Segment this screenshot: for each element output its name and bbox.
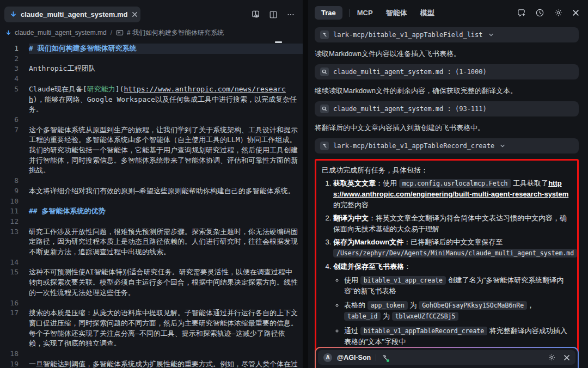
line-content[interactable]: # 我们如何构建多智能体研究系统: [29, 44, 303, 54]
line-content[interactable]: [29, 115, 303, 125]
agent-name[interactable]: @AGI-Son: [337, 354, 371, 361]
tab-mcp[interactable]: MCP: [357, 9, 373, 17]
tab-close-icon[interactable]: [132, 11, 138, 17]
tool-call-label: lark-mcp/bitable_v1_appTableField_list: [333, 31, 483, 39]
editor-line[interactable]: 1# 我们如何构建多智能体研究系统: [0, 44, 303, 54]
editor-line[interactable]: 5Claude现在具备[研究能力](https://www.anthropic.…: [0, 84, 303, 115]
line-content[interactable]: [29, 197, 303, 207]
line-number[interactable]: 10: [0, 197, 19, 207]
chat-input-area[interactable]: A @AGI-Son: [315, 347, 579, 368]
history-icon[interactable]: [535, 8, 544, 17]
line-content[interactable]: 本文将详细介绍对我们有效的原则—希望这些原则能帮助你构建自己的多智能体系统。: [29, 186, 303, 197]
line-content[interactable]: [29, 54, 303, 64]
breadcrumb[interactable]: claude_multi_agent_system.md / # 我们如何构建多…: [0, 26, 303, 40]
line-content[interactable]: Anthropic工程团队: [29, 64, 303, 74]
line-content[interactable]: [29, 74, 303, 84]
tool-call-chip[interactable]: lark-mcp/bitable_v1_appTableField_list: [315, 27, 579, 42]
input-close-icon[interactable]: [564, 354, 570, 361]
editor-line[interactable]: 6: [0, 115, 303, 125]
settings-icon[interactable]: [554, 8, 563, 17]
tab-trae[interactable]: Trae: [315, 6, 342, 20]
tool-call-chip[interactable]: lark-mcp/bitable_v1_appTableRecord_creat…: [315, 138, 579, 154]
assistant-text: 将翻译后的中文文章内容插入到新创建的飞书表格中。: [315, 123, 579, 133]
editor-line[interactable]: 2: [0, 54, 303, 64]
editor-line[interactable]: 18: [0, 349, 303, 359]
breadcrumb-file[interactable]: claude_multi_agent_system.md: [15, 29, 107, 36]
line-content[interactable]: [29, 257, 303, 268]
line-number[interactable]: 17: [0, 308, 19, 349]
line-content[interactable]: Claude现在具备[研究能力](https://www.anthropic.c…: [29, 84, 303, 115]
editor-line[interactable]: 16: [0, 298, 303, 309]
line-number[interactable]: 19: [0, 359, 19, 368]
scroll-indicator[interactable]: [275, 41, 282, 43]
line-number[interactable]: 2: [0, 54, 19, 64]
line-number[interactable]: 9: [0, 186, 19, 197]
line-number[interactable]: 15: [0, 267, 19, 298]
line-content[interactable]: [29, 349, 303, 359]
editor-line[interactable]: 11## 多智能体系统的优势: [0, 206, 303, 217]
line-content[interactable]: 研究工作涉及开放性问题，很难预先预测所需步骤。探索复杂主题时，你无法硬编码固定路…: [29, 227, 303, 257]
breadcrumb-heading[interactable]: # 我们如何构建多智能体研究系统: [127, 28, 224, 38]
editor-line[interactable]: 10: [0, 197, 303, 207]
line-content[interactable]: 这个多智能体系统从原型到生产的旅程，让我们学到了关于系统架构、工具设计和提示工程…: [29, 125, 303, 176]
editor-line[interactable]: 14: [0, 257, 303, 268]
line-number[interactable]: 14: [0, 257, 19, 268]
editor-actions: [251, 10, 295, 19]
line-number[interactable]: 3: [0, 64, 19, 74]
new-chat-icon[interactable]: [517, 8, 526, 17]
line-number[interactable]: 18: [0, 349, 19, 359]
editor-line[interactable]: 15这种不可预测性使AI智能体特别适合研究任务。研究需要灵活性，以便在调查过程中…: [0, 267, 303, 298]
header-divider: [349, 9, 350, 17]
line-number[interactable]: 12: [0, 217, 19, 227]
chat-status-text[interactable]: 你正在与 AGI-Son 聊天: [318, 365, 575, 368]
line-number[interactable]: 13: [0, 227, 19, 257]
line-content[interactable]: ## 多智能体系统的优势: [29, 206, 303, 217]
tool-hammer-icon: [320, 142, 329, 150]
line-number[interactable]: 11: [0, 206, 19, 217]
editor-tabbar: claude_multi_agent_system.md: [0, 0, 303, 26]
editor-line[interactable]: 12: [0, 217, 303, 227]
line-content[interactable]: 一旦智能达到阈值，多智能体系统成为扩展性能的重要方式。例如，尽管人类个体在过去1…: [29, 359, 303, 368]
line-number[interactable]: 16: [0, 298, 19, 309]
editor-line[interactable]: 19一旦智能达到阈值，多智能体系统成为扩展性能的重要方式。例如，尽管人类个体在过…: [0, 359, 303, 368]
line-content[interactable]: [29, 176, 303, 186]
line-number[interactable]: 7: [0, 125, 19, 176]
line-number[interactable]: 1: [0, 44, 19, 54]
editor-tab-title: claude_multi_agent_system.md: [21, 10, 128, 19]
editor-line[interactable]: 17搜索的本质是压缩：从庞大的语料库中提取见解。子智能体通过并行运行各自的上下文…: [0, 308, 303, 349]
more-actions-icon[interactable]: [286, 10, 295, 19]
chat-pane: Trae MCP 智能体 模型: [308, 0, 588, 368]
chat-header: Trae MCP 智能体 模型: [308, 0, 588, 26]
line-content[interactable]: 搜索的本质是压缩：从庞大的语料库中提取见解。子智能体通过并行运行各自的上下文窗口…: [29, 308, 303, 349]
editor-line[interactable]: 3Anthropic工程团队: [0, 64, 303, 74]
file-read-chip[interactable]: claude_multi_agent_system.md : (1-1000): [315, 64, 579, 79]
agent-avatar: A: [323, 353, 332, 362]
line-number[interactable]: 5: [0, 84, 19, 115]
markdown-file-icon: [5, 30, 11, 36]
tools-hammer-icon[interactable]: [381, 354, 388, 361]
editor-lines: 1# 我们如何构建多智能体研究系统23Anthropic工程团队45Claude…: [0, 40, 303, 368]
split-editor-icon[interactable]: [269, 10, 278, 19]
close-icon[interactable]: [572, 9, 579, 16]
editor-line[interactable]: 13研究工作涉及开放性问题，很难预先预测所需步骤。探索复杂主题时，你无法硬编码固…: [0, 227, 303, 257]
line-number[interactable]: 8: [0, 176, 19, 186]
result-subitem: 使用 bitable_v1_app_create 创建了名为"多智能体研究系统翻…: [344, 275, 571, 297]
markdown-preview-icon[interactable]: [251, 10, 260, 19]
editor-line[interactable]: 9本文将详细介绍对我们有效的原则—希望这些原则能帮助你构建自己的多智能体系统。: [0, 186, 303, 197]
line-content[interactable]: [29, 298, 303, 309]
file-read-chip[interactable]: claude_multi_agent_system.md : (93-111): [315, 101, 579, 116]
pane-divider[interactable]: [303, 0, 308, 368]
markdown-file-icon: [10, 11, 17, 18]
editor-line[interactable]: 4: [0, 74, 303, 84]
editor-line[interactable]: 7这个多智能体系统从原型到生产的旅程，让我们学到了关于系统架构、工具设计和提示工…: [0, 125, 303, 176]
line-number[interactable]: 4: [0, 74, 19, 84]
editor-tab[interactable]: claude_multi_agent_system.md: [4, 7, 140, 22]
line-content[interactable]: 这种不可预测性使AI智能体特别适合研究任务。研究需要灵活性，以便在调查过程中转向…: [29, 267, 303, 298]
tab-models[interactable]: 模型: [420, 8, 434, 18]
tab-agents[interactable]: 智能体: [386, 8, 407, 18]
result-intro: 已成功完成所有任务，具体包括：: [322, 165, 571, 176]
line-content[interactable]: [29, 217, 303, 227]
input-settings-icon[interactable]: [548, 353, 556, 361]
line-number[interactable]: 6: [0, 115, 19, 125]
editor-line[interactable]: 8: [0, 176, 303, 186]
